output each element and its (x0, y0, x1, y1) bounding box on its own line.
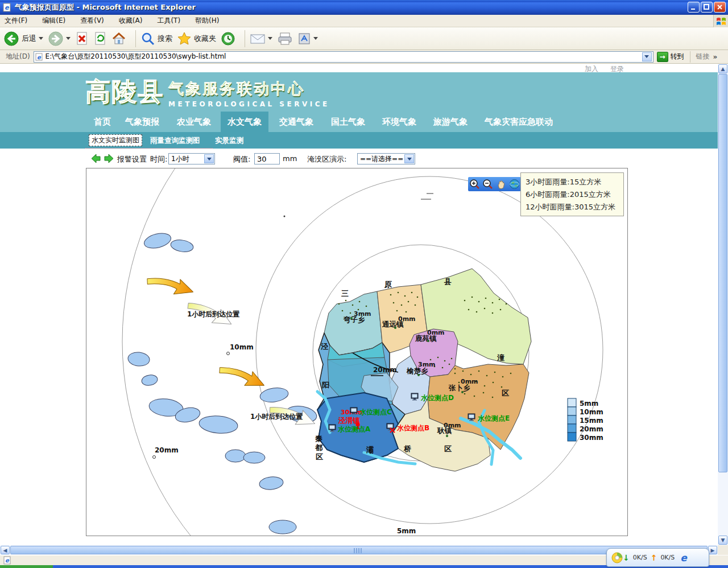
network-speed-widget[interactable]: ↓ 0K/S ↑ 0K/S e (606, 548, 709, 567)
svg-text:潼: 潼 (497, 353, 504, 362)
svg-text:区: 区 (502, 389, 509, 397)
menu-bar: 文件(F) 编辑(E) 查看(V) 收藏(A) 工具(T) 帮助(H) (0, 15, 728, 27)
svg-text:水位测点A: 水位测点A (337, 425, 371, 433)
scroll-down-icon[interactable]: ▼ (718, 536, 727, 545)
tab-home[interactable]: 首页 (88, 112, 117, 132)
prev-arrow-icon[interactable] (91, 154, 114, 163)
minimize-button[interactable] (688, 2, 700, 13)
menu-help[interactable]: 帮助(H) (195, 16, 219, 26)
flood-demo-select[interactable]: ==请选择== (357, 153, 415, 164)
go-arrow-icon: → (657, 52, 668, 62)
contour-20mm-label: 20mm (373, 366, 397, 374)
svg-text:灞: 灞 (366, 446, 374, 454)
tab-land[interactable]: 国土气象 (327, 112, 369, 132)
menu-view[interactable]: 查看(V) (80, 16, 104, 26)
time-select[interactable]: 1小时 (168, 153, 215, 164)
time-label: 时间: (150, 154, 167, 164)
svg-text:15mm: 15mm (580, 417, 603, 425)
zoom-in-icon[interactable] (469, 179, 480, 190)
flood-select-arrow-icon[interactable] (404, 154, 414, 163)
forward-dropdown-icon[interactable] (66, 37, 71, 40)
logo-county: 高陵县 (85, 75, 164, 109)
print-button[interactable] (277, 32, 293, 46)
refresh-button[interactable] (93, 31, 107, 46)
start-button-edge (0, 565, 53, 568)
tab-tourism[interactable]: 旅游气象 (429, 112, 471, 132)
maximize-button[interactable] (701, 2, 713, 13)
zoom-out-icon[interactable] (482, 179, 493, 190)
address-bar: 地址(D) e E:\气象台\原型20110530\原型20110530\swy… (0, 50, 728, 64)
station-B[interactable]: 水位测点B (387, 423, 429, 433)
edit-dropdown-icon[interactable] (313, 37, 318, 40)
address-input[interactable]: e E:\气象台\原型20110530\原型20110530\swyb-list… (34, 51, 653, 63)
menu-tools[interactable]: 工具(T) (157, 16, 180, 26)
links-button[interactable]: 链接 » (690, 51, 718, 63)
rain-6h: 6小时面雨量:2015立方米 (526, 188, 619, 201)
home-button[interactable] (111, 31, 126, 46)
svg-text:水位测点C: 水位测点C (359, 408, 392, 416)
ie-tray-icon: e (680, 552, 687, 563)
stop-button[interactable] (75, 31, 89, 46)
back-button[interactable]: 后退 (3, 31, 43, 47)
address-dropdown-icon[interactable] (642, 52, 652, 61)
svg-text:泾: 泾 (320, 342, 329, 351)
svg-text:30mm: 30mm (580, 434, 603, 442)
tab-agriculture[interactable]: 农业气象 (173, 112, 215, 132)
tab-weather-forecast[interactable]: 气象预报 (121, 112, 163, 132)
subtab-live-view[interactable]: 实景监测 (215, 136, 243, 146)
search-button[interactable]: 搜索 (140, 31, 172, 46)
subtab-realtime-monitor[interactable]: 水文实时监测图 (89, 134, 142, 146)
subtab-rain-query[interactable]: 雨量查询监测图 (150, 136, 200, 146)
favorites-star-icon (177, 31, 192, 46)
mail-dropdown-icon[interactable] (268, 37, 272, 40)
refresh-icon (93, 31, 107, 46)
svg-text:水位测点D: 水位测点D (420, 394, 454, 402)
map-dot (284, 216, 286, 217)
scroll-up-icon[interactable]: ▲ (718, 64, 727, 73)
close-button[interactable] (714, 2, 726, 13)
history-button[interactable] (221, 31, 235, 46)
edit-button[interactable] (297, 32, 318, 46)
vertical-scroll-thumb[interactable] (718, 74, 727, 472)
links-chevron-icon: » (713, 53, 718, 61)
favorites-button[interactable]: 收藏夹 (177, 31, 216, 46)
forward-button[interactable] (48, 31, 71, 47)
threshold-input[interactable] (254, 153, 280, 164)
back-icon (3, 31, 19, 47)
mail-icon (250, 32, 266, 45)
home-icon (111, 31, 126, 46)
rain-summary-box: 3小时面雨量:15立方米 6小时面雨量:2015立方米 12小时面雨量:3015… (520, 172, 624, 216)
menu-edit[interactable]: 编辑(E) (42, 16, 65, 26)
site-logo: 高陵县 气象服务联动中心 METEOROLOGICAL SERVICE (85, 75, 330, 109)
scroll-right-icon[interactable]: ▶ (708, 546, 717, 554)
rain-12h: 12小时面雨量:3015立方米 (526, 201, 619, 213)
ring-5mm-label: 5mm (397, 527, 416, 535)
tab-environment[interactable]: 环境气象 (378, 112, 420, 132)
scroll-left-icon[interactable]: ◀ (1, 546, 10, 554)
scroll-grip (354, 548, 362, 553)
go-button[interactable]: → 转到 (657, 52, 684, 62)
browser-toolbar: 后退 搜索 收藏夹 (0, 27, 728, 50)
horizontal-scroll-thumb[interactable] (10, 546, 708, 554)
windows-logo-icon (713, 15, 728, 27)
tab-traffic[interactable]: 交通气象 (275, 112, 317, 132)
hydrology-map[interactable]: 1小时后到达位置 1小时后到达位置 10mm 20mm 5mm 20mm 三 原… (86, 168, 627, 536)
tab-disaster-emergency[interactable]: 气象灾害应急联动 (479, 112, 559, 132)
mail-button[interactable] (250, 32, 272, 45)
svg-text:原: 原 (384, 280, 392, 289)
menu-favorites[interactable]: 收藏(A) (119, 16, 143, 26)
globe-icon[interactable] (509, 179, 520, 190)
upload-arrow-icon: ↑ (651, 553, 657, 562)
ring-marker (153, 456, 156, 459)
vertical-scrollbar[interactable]: ▲ ▼ (718, 64, 728, 545)
menu-file[interactable]: 文件(F) (5, 16, 27, 26)
time-select-value: 1小时 (169, 154, 204, 164)
rain-legend: 5mm 10mm 15mm 20mm 30mm (568, 398, 603, 442)
back-dropdown-icon[interactable] (39, 37, 43, 40)
svg-text:0mm: 0mm (461, 378, 478, 385)
tab-hydrology[interactable]: 水文气象 (221, 112, 268, 132)
arrival-label-2: 1小时后到达位置 (250, 413, 303, 421)
pan-hand-icon[interactable] (496, 179, 507, 190)
time-select-arrow-icon[interactable] (204, 154, 214, 163)
svg-text:0mm: 0mm (398, 315, 416, 323)
